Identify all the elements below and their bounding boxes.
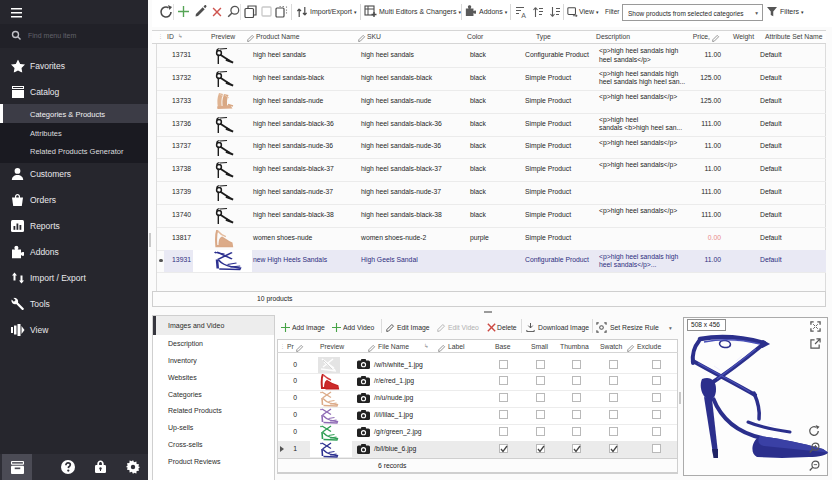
svg-text:A: A [521, 12, 526, 19]
